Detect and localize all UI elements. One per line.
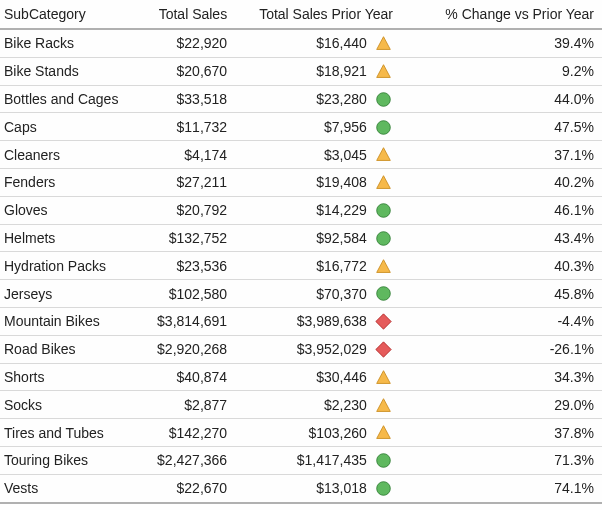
cell-subcategory: Socks: [0, 391, 127, 419]
cell-subcategory: Shorts: [0, 363, 127, 391]
cell-pct-change: 37.8%: [401, 419, 602, 447]
svg-marker-1: [377, 65, 391, 78]
cell-prior-year: $3,952,029: [235, 335, 375, 363]
circle-good-icon: [375, 119, 392, 136]
cell-prior-year: $30,446: [235, 363, 375, 391]
svg-marker-10: [376, 314, 391, 329]
cell-prior-year: $7,956: [235, 113, 375, 141]
cell-total-sales: $40,874: [127, 363, 236, 391]
table-row[interactable]: Shorts$40,874$30,44634.3%: [0, 363, 602, 391]
cell-prior-year: $19,408: [235, 168, 375, 196]
cell-indicator: [375, 224, 401, 252]
col-header-prior-year[interactable]: Total Sales Prior Year: [235, 0, 401, 29]
triangle-up-icon: [375, 174, 392, 191]
circle-good-icon: [375, 91, 392, 108]
triangle-up-icon: [375, 146, 392, 163]
cell-total-sales: $2,427,366: [127, 446, 236, 474]
table-row[interactable]: Bike Racks$22,920$16,44039.4%: [0, 29, 602, 57]
svg-marker-5: [377, 176, 391, 189]
sales-by-subcategory-table: SubCategory Total Sales Total Sales Prio…: [0, 0, 602, 510]
cell-indicator: [375, 335, 401, 363]
svg-point-15: [377, 454, 391, 468]
svg-point-9: [377, 287, 391, 301]
table-row[interactable]: Gloves$20,792$14,22946.1%: [0, 196, 602, 224]
cell-pct-change: 9.2%: [401, 57, 602, 85]
cell-subcategory: Gloves: [0, 196, 127, 224]
cell-pct-change: 43.4%: [401, 224, 602, 252]
circle-good-icon: [375, 202, 392, 219]
svg-point-3: [377, 120, 391, 134]
cell-total-sales: $132,752: [127, 224, 236, 252]
triangle-up-icon: [375, 35, 392, 52]
col-header-total-sales[interactable]: Total Sales: [127, 0, 236, 29]
cell-subcategory: Bike Stands: [0, 57, 127, 85]
cell-subcategory: Touring Bikes: [0, 446, 127, 474]
cell-indicator: [375, 280, 401, 308]
table-row[interactable]: Vests$22,670$13,01874.1%: [0, 474, 602, 502]
circle-good-icon: [375, 230, 392, 247]
cell-indicator: [375, 363, 401, 391]
cell-indicator: [375, 446, 401, 474]
cell-total-sales: $11,732: [127, 113, 236, 141]
cell-subcategory: Bike Racks: [0, 29, 127, 57]
cell-pct-change: -4.4%: [401, 307, 602, 335]
cell-subcategory: Cleaners: [0, 141, 127, 169]
cell-total-sales: $4,174: [127, 141, 236, 169]
cell-total-sales: $20,670: [127, 57, 236, 85]
triangle-up-icon: [375, 424, 392, 441]
svg-point-2: [377, 93, 391, 107]
triangle-up-icon: [375, 258, 392, 275]
cell-total-sales: $2,877: [127, 391, 236, 419]
cell-pct-change: 45.8%: [401, 280, 602, 308]
cell-subcategory: Caps: [0, 113, 127, 141]
cell-pct-change: -26.1%: [401, 335, 602, 363]
cell-prior-year: $70,370: [235, 280, 375, 308]
col-header-subcategory[interactable]: SubCategory: [0, 0, 127, 29]
circle-good-icon: [375, 452, 392, 469]
cell-pct-change: 46.1%: [401, 196, 602, 224]
cell-prior-year: $16,772: [235, 252, 375, 280]
cell-subcategory: Tires and Tubes: [0, 419, 127, 447]
table-row[interactable]: Bike Stands$20,670$18,9219.2%: [0, 57, 602, 85]
table-row[interactable]: Mountain Bikes$3,814,691$3,989,638-4.4%: [0, 307, 602, 335]
cell-indicator: [375, 419, 401, 447]
table-row[interactable]: Road Bikes$2,920,268$3,952,029-26.1%: [0, 335, 602, 363]
cell-pct-change: 40.2%: [401, 168, 602, 196]
cell-total-sales: $22,920: [127, 29, 236, 57]
triangle-up-icon: [375, 397, 392, 414]
table-row[interactable]: Touring Bikes$2,427,366$1,417,43571.3%: [0, 446, 602, 474]
table-row[interactable]: Caps$11,732$7,95647.5%: [0, 113, 602, 141]
cell-total-sales: $3,814,691: [127, 307, 236, 335]
total-sales: $9,770,900: [127, 503, 236, 510]
cell-prior-year: $18,921: [235, 57, 375, 85]
table-row[interactable]: Hydration Packs$23,536$16,77240.3%: [0, 252, 602, 280]
svg-marker-4: [377, 148, 391, 161]
table-row[interactable]: Bottles and Cages$33,518$23,28044.0%: [0, 85, 602, 113]
triangle-up-icon: [375, 369, 392, 386]
cell-subcategory: Jerseys: [0, 280, 127, 308]
cell-subcategory: Fenders: [0, 168, 127, 196]
cell-pct-change: 39.4%: [401, 29, 602, 57]
cell-subcategory: Vests: [0, 474, 127, 502]
cell-pct-change: 37.1%: [401, 141, 602, 169]
svg-marker-8: [377, 259, 391, 272]
svg-point-16: [377, 482, 391, 496]
table-row[interactable]: Helmets$132,752$92,58443.4%: [0, 224, 602, 252]
cell-prior-year: $3,989,638: [235, 307, 375, 335]
cell-subcategory: Hydration Packs: [0, 252, 127, 280]
cell-total-sales: $33,518: [127, 85, 236, 113]
table-row[interactable]: Tires and Tubes$142,270$103,26037.8%: [0, 419, 602, 447]
table-row[interactable]: Socks$2,877$2,23029.0%: [0, 391, 602, 419]
cell-pct-change: 74.1%: [401, 474, 602, 502]
col-header-pct-change[interactable]: % Change vs Prior Year: [401, 0, 602, 29]
table-row[interactable]: Fenders$27,211$19,40840.2%: [0, 168, 602, 196]
triangle-up-icon: [375, 63, 392, 80]
cell-indicator: [375, 168, 401, 196]
svg-marker-11: [376, 342, 391, 357]
table-total-row: Total$9,770,900$9,791,060-0.2%: [0, 503, 602, 510]
table-row[interactable]: Jerseys$102,580$70,37045.8%: [0, 280, 602, 308]
cell-indicator: [375, 85, 401, 113]
table-row[interactable]: Cleaners$4,174$3,04537.1%: [0, 141, 602, 169]
total-prior-year: $9,791,060: [235, 503, 375, 510]
cell-prior-year: $14,229: [235, 196, 375, 224]
